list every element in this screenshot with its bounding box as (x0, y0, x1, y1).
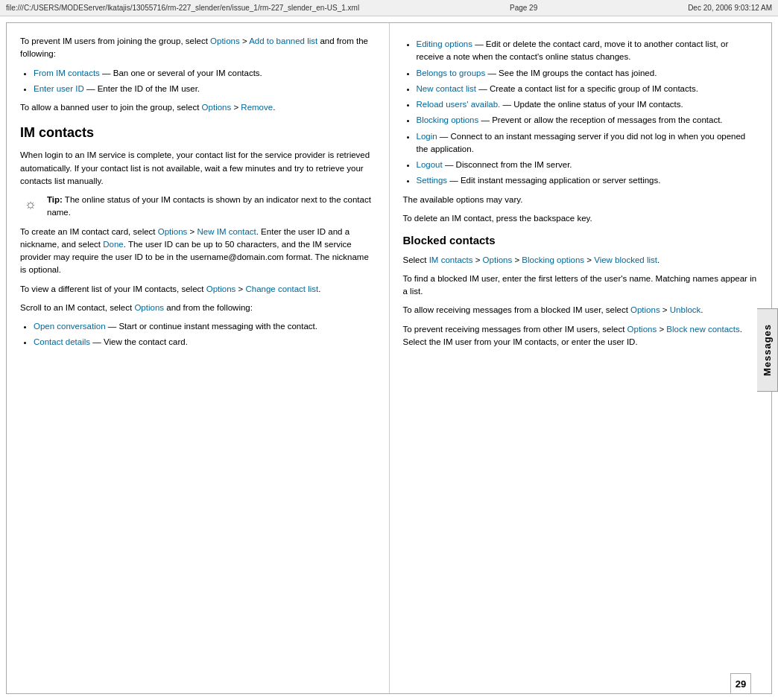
content-area: To prevent IM users from joining the gro… (6, 22, 772, 694)
blocking-options-right-link[interactable]: Blocking options (522, 255, 584, 264)
options-change-link[interactable]: Options (206, 284, 236, 293)
belongs-to-groups-link[interactable]: Belongs to groups (417, 69, 486, 77)
blocking-options-link[interactable]: Blocking options (417, 115, 479, 124)
new-contact-list-item: New contact list — Create a contact list… (417, 83, 759, 95)
tip-label: Tip: (47, 195, 63, 204)
editing-options-item: Editing options — Edit or delete the con… (417, 38, 759, 64)
select-im-contacts-para: Select IM contacts > Options > Blocking … (403, 254, 759, 267)
change-list-link[interactable]: Change contact list (245, 284, 318, 293)
settings-item: Settings — Edit instant messaging applic… (417, 174, 759, 187)
settings-link[interactable]: Settings (417, 176, 448, 185)
view-blocked-link[interactable]: View blocked list (594, 255, 657, 264)
unblock-link[interactable]: Unblock (670, 305, 701, 314)
right-column: Editing options — Edit or delete the con… (390, 23, 772, 693)
messages-tab: Messages (757, 308, 778, 392)
prevent-im-para: To prevent IM users from joining the gro… (20, 35, 376, 61)
contact-options-list: Open conversation — Start or continue in… (34, 320, 376, 349)
view-list-para: To view a different list of your IM cont… (20, 283, 376, 296)
options-remove-link[interactable]: Options (202, 103, 232, 112)
allow-banned-para: To allow a banned user to join the group… (20, 101, 376, 114)
im-contacts-para: When login to an IM service is complete,… (20, 149, 376, 188)
from-im-contacts-link[interactable]: From IM contacts (34, 69, 100, 77)
file-path: file:///C:/USERS/MODEServer/lkatajis/130… (6, 4, 359, 12)
new-contact-list-link[interactable]: New contact list (417, 84, 477, 93)
create-im-para: To create an IM contact card, select Opt… (20, 226, 376, 277)
new-im-link[interactable]: New IM contact (197, 227, 256, 236)
enter-user-id-link[interactable]: Enter user ID (34, 84, 84, 93)
options-add-link[interactable]: Options (210, 36, 240, 45)
options-block2-link[interactable]: Options (627, 325, 657, 334)
blocked-contacts-heading: Blocked contacts (403, 232, 759, 249)
reload-users-link[interactable]: Reload users' availab. (417, 100, 501, 109)
options-unblock-link[interactable]: Options (630, 305, 660, 314)
reload-users-item: Reload users' availab. — Update the onli… (417, 98, 759, 111)
open-conversation-item: Open conversation — Start or continue in… (34, 320, 376, 333)
tip-box: ☼ Tip: The online status of your IM cont… (20, 194, 376, 220)
im-contacts-heading: IM contacts (20, 123, 376, 143)
block-new-link[interactable]: Block new contacts (666, 325, 739, 334)
tip-icon: ☼ (20, 194, 41, 214)
blocking-options-item: Blocking options — Prevent or allow the … (417, 114, 759, 127)
find-blocked-para: To find a blocked IM user, enter the fir… (403, 273, 759, 299)
remove-link[interactable]: Remove (241, 103, 273, 112)
done-link[interactable]: Done (103, 240, 124, 249)
open-conversation-link[interactable]: Open conversation (34, 322, 106, 331)
contact-details-item: Contact details — View the contact card. (34, 336, 376, 349)
page-info: Page 29 (510, 4, 537, 12)
tip-text: Tip: The online status of your IM contac… (47, 194, 376, 220)
banned-list: From IM contacts — Ban one or several of… (34, 67, 376, 96)
belongs-to-groups-item: Belongs to groups — See the IM groups th… (417, 67, 759, 80)
login-link[interactable]: Login (417, 132, 437, 141)
logout-item: Logout — Disconnect from the IM server. (417, 159, 759, 171)
available-options-text: The available options may vary. (403, 194, 759, 206)
options-block-link[interactable]: Options (483, 255, 513, 264)
logout-link[interactable]: Logout (417, 160, 443, 169)
enter-user-id-item: Enter user ID — Enter the ID of the IM u… (34, 83, 376, 95)
prevent-receiving-para: To prevent receiving messages from other… (403, 323, 759, 349)
date-info: Dec 20, 2006 9:03:12 AM (688, 4, 772, 12)
page-wrapper: To prevent IM users from joining the gro… (0, 16, 778, 700)
delete-tip-text: To delete an IM contact, press the backs… (403, 212, 759, 225)
page-number: 29 (730, 673, 751, 694)
scroll-para: Scroll to an IM contact, select Options … (20, 302, 376, 314)
login-item: Login — Connect to an instant messaging … (417, 130, 759, 156)
allow-receiving-para: To allow receiving messages from a block… (403, 304, 759, 316)
from-im-contacts-item: From IM contacts — Ban one or several of… (34, 67, 376, 80)
contact-details-link[interactable]: Contact details (34, 337, 90, 346)
editing-options-link[interactable]: Editing options (417, 39, 472, 48)
top-bar: file:///C:/USERS/MODEServer/lkatajis/130… (0, 0, 778, 16)
left-column: To prevent IM users from joining the gro… (7, 23, 390, 693)
options-new-link[interactable]: Options (158, 227, 188, 236)
im-contacts-right-link[interactable]: IM contacts (429, 255, 473, 264)
right-options-list: Editing options — Edit or delete the con… (417, 38, 759, 188)
options-scroll-link[interactable]: Options (134, 303, 164, 312)
add-banned-link[interactable]: Add to banned list (249, 36, 317, 45)
